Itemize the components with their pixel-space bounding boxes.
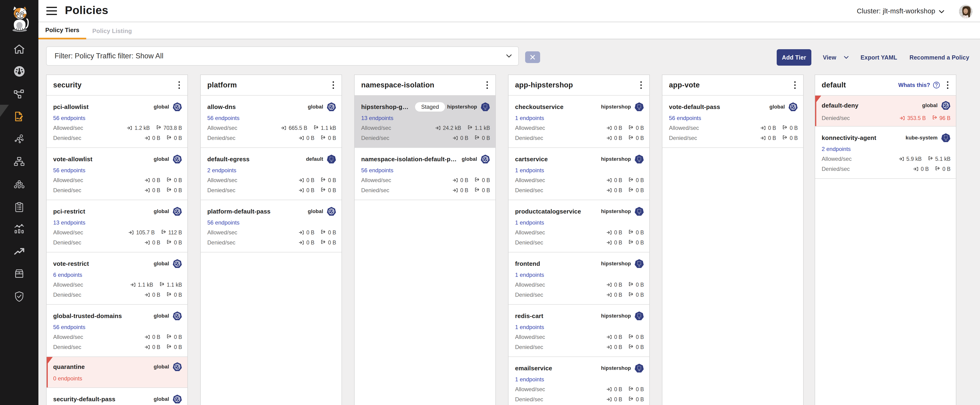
svg-text:ns: ns bbox=[638, 108, 640, 110]
svg-text:ns: ns bbox=[638, 213, 640, 214]
svg-text:ns: ns bbox=[638, 161, 640, 162]
svg-text:ns: ns bbox=[331, 161, 332, 162]
svg-text:ns: ns bbox=[638, 317, 640, 319]
svg-text:ns: ns bbox=[638, 370, 640, 371]
svg-text:ns: ns bbox=[638, 265, 640, 267]
svg-text:ns: ns bbox=[945, 139, 947, 141]
svg-text:ns: ns bbox=[485, 108, 487, 110]
